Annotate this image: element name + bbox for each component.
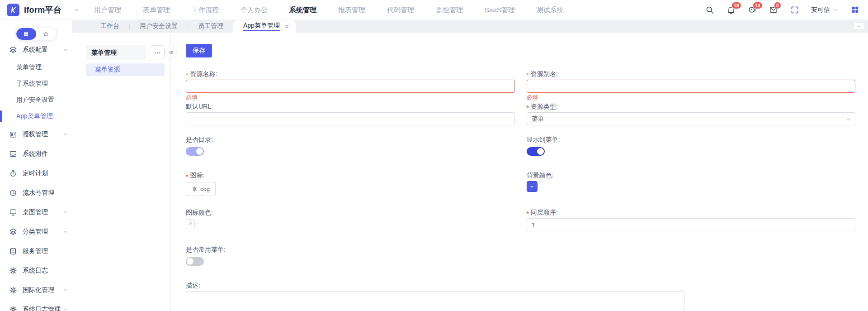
nav-item-system-mgmt[interactable]: 系统管理 <box>278 0 327 19</box>
sidebar-item-system-attachments[interactable]: 系统附件 <box>0 144 72 163</box>
grid-view-icon <box>23 31 29 37</box>
icon-color-picker[interactable] <box>186 219 195 228</box>
description-label: 描述: <box>186 281 855 290</box>
is-directory-label: 是否目录: <box>186 135 515 144</box>
nav-item-form-mgmt[interactable]: 表单管理 <box>132 0 181 19</box>
nav-item-test-system[interactable]: 测试系统 <box>526 0 575 19</box>
active-indicator <box>0 110 2 122</box>
brand-chevron-down-icon[interactable] <box>73 7 80 13</box>
sidebar-item-label: App菜单管理 <box>16 112 53 120</box>
form-panel: 保存 资源名称: 必填 资源别名: 必填 <box>171 33 868 311</box>
default-url-label: 默认URL: <box>186 102 515 111</box>
icon-picker-button[interactable]: cog <box>186 182 216 196</box>
nav-item-personal-office[interactable]: 个人办公 <box>230 0 278 19</box>
sidebar-item-serial-number-mgmt[interactable]: 流水号管理 <box>0 183 72 202</box>
gear-icon <box>9 286 17 294</box>
tab-user-security[interactable]: 用户安全设置 <box>130 20 188 33</box>
save-button[interactable]: 保存 <box>186 44 212 57</box>
tab-label: 用户安全设置 <box>140 22 178 30</box>
resource-type-value: 菜单 <box>532 115 544 123</box>
sidebar-item-service-mgmt[interactable]: 服务管理 <box>0 241 72 261</box>
tab-label: 员工管理 <box>198 22 223 30</box>
show-in-menu-toggle[interactable] <box>527 147 545 156</box>
sidebar-item-label: 用户安全设置 <box>16 96 54 104</box>
chevron-down-icon <box>856 24 861 29</box>
fullscreen-icon[interactable] <box>790 5 800 15</box>
sidebar-item-label: 系统日志 <box>23 267 48 275</box>
layers-icon <box>9 228 17 236</box>
sidebar-item-scheduled-tasks[interactable]: 定时计划 <box>0 163 72 183</box>
star-icon <box>42 31 49 38</box>
mail-icon[interactable]: 0 <box>769 5 778 15</box>
tree-item-menu-resource[interactable]: 菜单资源 <box>86 63 165 76</box>
brand-title: iform平台 <box>24 5 61 15</box>
nav-item-report-mgmt[interactable]: 报表管理 <box>327 0 376 19</box>
apps-grid-icon[interactable] <box>850 5 860 15</box>
sidebar-item-system-log[interactable]: 系统日志 <box>0 261 72 280</box>
tab-bar: 工作台 用户安全设置 员工管理 App菜单管理 <box>72 20 868 33</box>
sidebar-item-i18n-mgmt[interactable]: 国际化管理 <box>0 280 72 300</box>
sidebar-item-app-menu-mgmt[interactable]: App菜单管理 <box>0 108 72 124</box>
sidebar-item-desktop-mgmt[interactable]: 桌面管理 <box>0 202 72 222</box>
chevron-down-icon <box>63 229 68 234</box>
notification-bell-icon[interactable]: 19 <box>726 5 736 15</box>
sidebar-item-label: 授权管理 <box>23 130 48 139</box>
voice-broadcast-icon[interactable]: 14 <box>747 5 757 15</box>
is-common-menu-label: 是否常用菜单: <box>186 245 515 254</box>
user-menu[interactable]: 安可信 <box>811 6 839 14</box>
sidebar-favorites-button[interactable] <box>36 28 56 40</box>
workspace: 菜单管理 菜单资源 保存 <box>72 33 868 311</box>
toggle-knob <box>537 148 544 155</box>
search-icon[interactable] <box>705 5 715 15</box>
sort-order-input[interactable] <box>527 218 856 231</box>
sidebar-item-user-security[interactable]: 用户安全设置 <box>0 92 72 108</box>
resource-alias-input[interactable] <box>527 80 856 93</box>
toolbar-divider <box>174 65 868 65</box>
resource-name-input[interactable] <box>186 80 515 93</box>
resource-name-label: 资源名称: <box>186 70 515 78</box>
timer-icon <box>9 169 17 177</box>
is-common-menu-toggle[interactable] <box>186 257 204 266</box>
tab-list-dropdown-button[interactable] <box>853 23 864 30</box>
nav-item-saas-mgmt[interactable]: SaaS管理 <box>474 0 526 19</box>
clock-icon <box>9 189 17 197</box>
main-nav: 用户管理 表单管理 工作流程 个人办公 系统管理 报表管理 代码管理 监控管理 … <box>83 0 575 19</box>
top-navbar: iform平台 用户管理 表单管理 工作流程 个人办公 系统管理 报表管理 代码… <box>0 0 868 20</box>
tree-more-button[interactable] <box>150 45 165 60</box>
sidebar-item-subsystem-mgmt[interactable]: 子系统管理 <box>0 76 72 92</box>
collapse-tree-panel-button[interactable] <box>165 47 177 58</box>
is-directory-toggle[interactable] <box>186 147 204 156</box>
bg-color-label: 背景颜色: <box>527 171 856 180</box>
nav-item-monitor-mgmt[interactable]: 监控管理 <box>425 0 474 19</box>
sidebar-item-label: 服务管理 <box>23 247 48 255</box>
default-url-input[interactable] <box>186 112 515 125</box>
bg-color-picker[interactable] <box>527 181 538 192</box>
nav-item-code-mgmt[interactable]: 代码管理 <box>376 0 425 19</box>
navbar-actions: 19 14 0 安可信 <box>705 5 860 15</box>
sidebar-menu-view-button[interactable] <box>16 28 36 40</box>
gear-icon <box>9 306 17 311</box>
sidebar-item-label: 系统日志管理 <box>23 306 61 311</box>
description-textarea[interactable] <box>186 291 684 311</box>
close-icon[interactable] <box>284 24 289 29</box>
resource-type-select[interactable]: 菜单 <box>527 112 856 125</box>
tab-workbench[interactable]: 工作台 <box>90 20 129 33</box>
ellipsis-icon <box>154 49 161 57</box>
sidebar-item-system-log-mgmt[interactable]: 系统日志管理 <box>0 300 72 311</box>
show-in-menu-label: 显示到菜单: <box>527 135 856 144</box>
chevron-down-icon <box>63 307 68 311</box>
resource-tree-panel: 菜单管理 菜单资源 <box>72 33 171 311</box>
nav-item-workflow[interactable]: 工作流程 <box>181 0 230 19</box>
sidebar-item-menu-mgmt[interactable]: 菜单管理 <box>0 59 72 76</box>
sidebar-menu: 系统配置 菜单管理 子系统管理 用户安全设置 App菜单管理 <box>0 40 72 311</box>
sidebar-item-system-config[interactable]: 系统配置 <box>0 40 72 59</box>
tab-app-menu-mgmt[interactable]: App菜单管理 <box>233 20 296 33</box>
sidebar-view-switch <box>16 28 56 40</box>
sidebar-item-category-mgmt[interactable]: 分类管理 <box>0 222 72 241</box>
app-menu-form: 资源名称: 必填 资源别名: 必填 <box>186 70 855 311</box>
sidebar-item-auth-mgmt[interactable]: 授权管理 <box>0 124 72 144</box>
toggle-knob <box>196 148 203 155</box>
tab-employee-mgmt[interactable]: 员工管理 <box>188 20 233 33</box>
chevron-down-icon <box>63 132 68 137</box>
nav-item-user-mgmt[interactable]: 用户管理 <box>83 0 132 19</box>
